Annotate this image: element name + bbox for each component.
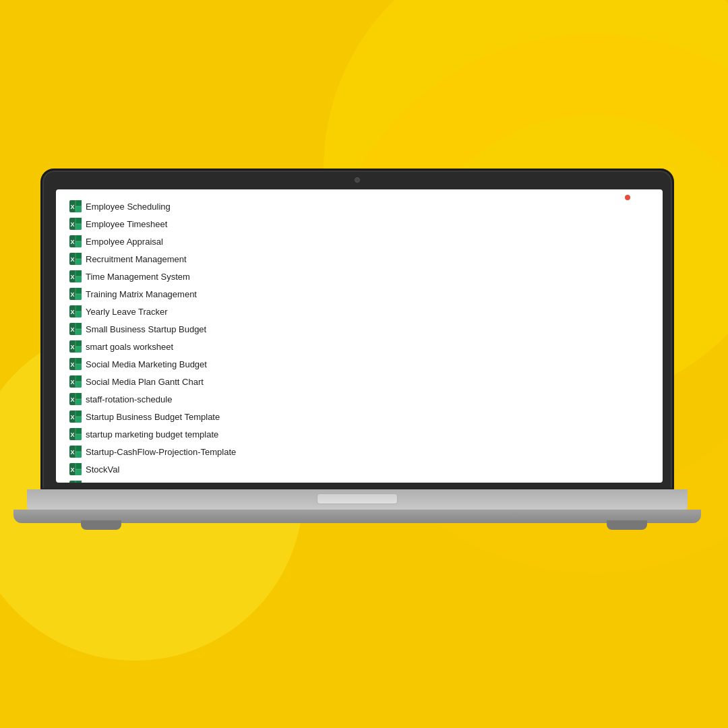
list-item[interactable]: X Recruitment Management (69, 250, 649, 268)
svg-rect-44 (75, 323, 82, 329)
excel-icon: X (69, 428, 82, 440)
file-name: startup marketing budget template (86, 429, 218, 439)
list-item[interactable]: X Yearly Leave Tracker (69, 303, 649, 320)
svg-rect-74 (75, 411, 82, 417)
laptop-screen: X Employee Scheduling X Employee Timeshe… (56, 189, 663, 483)
laptop-base (27, 489, 688, 510)
svg-rect-92 (75, 463, 82, 469)
file-name: StockVal (86, 464, 119, 475)
excel-icon: X (69, 375, 82, 388)
file-name: smart goals worksheet (86, 342, 173, 352)
svg-text:X: X (71, 204, 75, 210)
file-name: Employee Timesheet (86, 219, 167, 229)
svg-rect-68 (75, 393, 82, 399)
svg-text:X: X (71, 449, 75, 456)
list-item[interactable]: X Supplier-Reconciliation-Template (69, 478, 649, 483)
notification-dot (625, 195, 630, 200)
svg-text:X: X (71, 414, 75, 421)
list-item[interactable]: X StockVal (69, 460, 649, 478)
svg-text:X: X (71, 431, 75, 438)
svg-text:X: X (71, 291, 75, 298)
svg-text:X: X (71, 466, 75, 473)
excel-icon: X (69, 218, 82, 230)
file-name: Social Media Marketing Budget (86, 359, 207, 369)
svg-rect-26 (75, 270, 82, 276)
svg-rect-2 (75, 200, 82, 206)
laptop: X Employee Scheduling X Employee Timeshe… (40, 169, 688, 600)
list-item[interactable]: X smart goals worksheet (69, 338, 649, 355)
file-name: Time Management System (86, 272, 190, 282)
svg-rect-86 (75, 446, 82, 452)
list-item[interactable]: X Small Business Startup Budget (69, 320, 649, 338)
list-item[interactable]: X Social Media Plan Gantt Chart (69, 373, 649, 390)
excel-icon: X (69, 463, 82, 475)
svg-text:X: X (71, 361, 75, 368)
list-item[interactable]: X Empolyee Appraisal (69, 233, 649, 250)
laptop-foot-right (607, 520, 647, 530)
list-item[interactable]: X Employee Timesheet (69, 215, 649, 233)
excel-icon: X (69, 323, 82, 335)
svg-rect-80 (75, 428, 82, 434)
excel-icon: X (69, 253, 82, 265)
laptop-lid: X Employee Scheduling X Employee Timeshe… (40, 169, 674, 492)
file-name: Yearly Leave Tracker (86, 307, 168, 317)
svg-text:X: X (71, 326, 75, 333)
file-name: Recruitment Management (86, 254, 187, 264)
svg-text:X: X (71, 274, 75, 280)
svg-text:X: X (71, 344, 75, 351)
file-name: Training Matrix Management (86, 289, 197, 299)
list-item[interactable]: X startup marketing budget template (69, 425, 649, 443)
svg-text:X: X (71, 379, 75, 386)
excel-icon: X (69, 358, 82, 370)
list-item[interactable]: X Startup-CashFlow-Projection-Template (69, 443, 649, 460)
svg-rect-56 (75, 358, 82, 364)
svg-rect-50 (75, 340, 82, 346)
svg-rect-32 (75, 288, 82, 294)
svg-text:X: X (71, 256, 75, 263)
svg-text:X: X (71, 239, 75, 245)
excel-icon: X (69, 446, 82, 458)
file-name: Small Business Startup Budget (86, 324, 206, 334)
excel-icon: X (69, 481, 82, 483)
file-name: Startup-CashFlow-Projection-Template (86, 447, 236, 457)
list-item[interactable]: X Employee Scheduling (69, 198, 649, 215)
svg-rect-38 (75, 305, 82, 311)
excel-icon: X (69, 200, 82, 212)
excel-icon: X (69, 393, 82, 405)
file-name: staff-rotation-schedule (86, 394, 172, 404)
svg-rect-14 (75, 235, 82, 241)
list-item[interactable]: X staff-rotation-schedule (69, 390, 649, 408)
camera (355, 177, 360, 183)
list-item[interactable]: X Time Management System (69, 268, 649, 285)
svg-rect-8 (75, 218, 82, 224)
excel-icon: X (69, 340, 82, 353)
excel-icon: X (69, 411, 82, 423)
excel-icon: X (69, 235, 82, 247)
excel-icon: X (69, 288, 82, 300)
svg-rect-62 (75, 375, 82, 382)
file-name: Startup Business Budget Template (86, 412, 220, 422)
svg-text:X: X (71, 396, 75, 403)
svg-rect-98 (75, 481, 82, 483)
laptop-foot-left (81, 520, 121, 530)
list-item[interactable]: X Social Media Marketing Budget (69, 355, 649, 373)
list-item[interactable]: X Startup Business Budget Template (69, 408, 649, 425)
excel-icon: X (69, 305, 82, 317)
file-name: Employee Scheduling (86, 202, 171, 212)
file-name: Social Media Plan Gantt Chart (86, 377, 204, 387)
list-item[interactable]: X Training Matrix Management (69, 285, 649, 303)
file-list: X Employee Scheduling X Employee Timeshe… (56, 189, 663, 483)
file-name: Supplier-Reconciliation-Template (86, 482, 214, 483)
excel-icon: X (69, 270, 82, 282)
trackpad (317, 493, 398, 504)
file-name: Empolyee Appraisal (86, 237, 163, 247)
svg-rect-20 (75, 253, 82, 259)
svg-text:X: X (71, 309, 75, 315)
svg-text:X: X (71, 221, 75, 228)
